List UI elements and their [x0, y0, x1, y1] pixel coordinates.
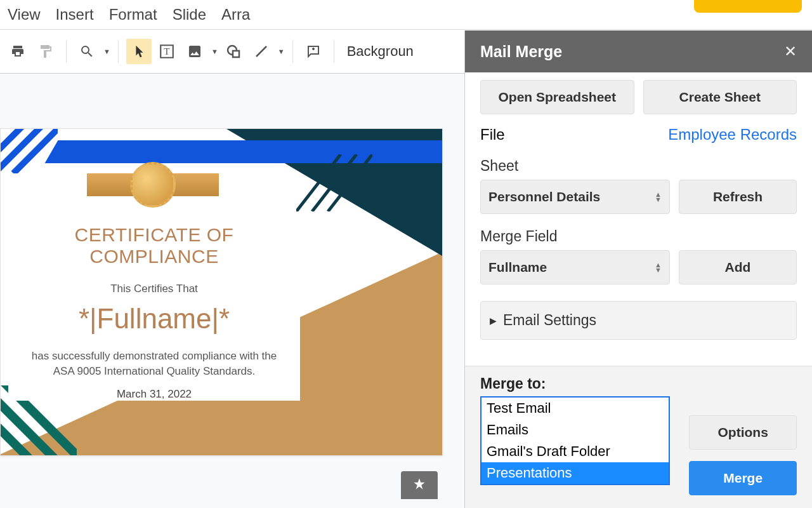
select-tool-icon[interactable]: [126, 39, 152, 64]
merge-to-label: Merge to:: [480, 375, 797, 392]
explore-button[interactable]: [401, 471, 438, 499]
email-settings-collapse[interactable]: ▶ Email Settings: [480, 301, 797, 340]
sheet-select[interactable]: Personnel Details ▲▼: [480, 180, 670, 214]
menu-insert[interactable]: Insert: [56, 6, 94, 23]
chevron-right-icon: ▶: [490, 316, 497, 326]
decor-stripes-br: [252, 392, 341, 456]
slide[interactable]: CERTIFICATE OF COMPLIANCE This Certifies…: [0, 128, 443, 456]
image-dropdown[interactable]: ▼: [182, 39, 218, 64]
background-button[interactable]: Backgroun: [347, 43, 414, 60]
spinner-icon: ▲▼: [655, 262, 662, 272]
certificate-name-placeholder: *|Fullname|*: [8, 303, 300, 335]
merge-to-listbox[interactable]: Test Email Emails Gmail's Draft Folder P…: [480, 396, 670, 485]
menu-bar: View Insert Format Slide Arra: [0, 0, 812, 29]
shape-icon[interactable]: [221, 39, 246, 64]
refresh-button[interactable]: Refresh: [679, 180, 797, 214]
sheet-label: Sheet: [480, 157, 797, 175]
decor-stripes-tl: [0, 128, 58, 173]
merge-to-option[interactable]: Test Email: [481, 398, 669, 419]
merge-to-option[interactable]: Gmail's Draft Folder: [481, 441, 669, 462]
svg-line-17: [290, 398, 341, 456]
svg-line-3: [256, 46, 266, 57]
paint-format-icon[interactable]: [33, 39, 58, 64]
svg-rect-2: [233, 51, 239, 57]
certificate-date: March 31, 2022: [8, 388, 300, 401]
textbox-icon[interactable]: T: [154, 39, 180, 64]
certificate-sub: This Certifies That: [8, 283, 300, 295]
certificate-title: CERTIFICATE OF COMPLIANCE: [8, 224, 300, 267]
spinner-icon: ▲▼: [655, 192, 662, 202]
merge-field-label: Merge Field: [480, 228, 797, 245]
merge-to-option[interactable]: Emails: [481, 419, 669, 441]
file-label: File: [480, 126, 505, 144]
medal-icon: [86, 159, 219, 210]
panel-title: Mail Merge: [480, 43, 562, 61]
merge-button[interactable]: Merge: [689, 461, 797, 495]
menu-format[interactable]: Format: [109, 6, 157, 23]
print-icon[interactable]: [5, 39, 30, 64]
menu-view[interactable]: View: [8, 6, 41, 23]
create-sheet-button[interactable]: Create Sheet: [643, 80, 797, 114]
menu-arrange[interactable]: Arra: [221, 6, 250, 23]
mail-merge-panel: Mail Merge ✕ Open Spreadsheet Create She…: [464, 30, 812, 508]
certificate-body: has successfully demonstrated compliance…: [8, 349, 300, 379]
open-spreadsheet-button[interactable]: Open Spreadsheet: [480, 80, 634, 114]
certificate-content: CERTIFICATE OF COMPLIANCE This Certifies…: [8, 224, 300, 401]
zoom-dropdown[interactable]: ▼: [74, 39, 110, 64]
merge-to-option[interactable]: Presentations: [481, 462, 669, 484]
svg-text:T: T: [164, 46, 169, 57]
present-button[interactable]: [694, 0, 802, 13]
close-icon[interactable]: ✕: [784, 43, 797, 60]
add-button[interactable]: Add: [679, 250, 797, 284]
merge-field-select[interactable]: Fullname ▲▼: [480, 250, 670, 284]
canvas: CERTIFICATE OF COMPLIANCE This Certifies…: [0, 74, 464, 508]
menu-slide[interactable]: Slide: [173, 6, 206, 23]
comment-icon[interactable]: [301, 39, 326, 64]
file-link[interactable]: Employee Records: [668, 126, 797, 144]
panel-footer: Merge to: Test Email Emails Gmail's Draf…: [465, 366, 812, 508]
panel-header: Mail Merge ✕: [465, 30, 812, 72]
decor-stripes-tr: [296, 154, 372, 211]
options-button[interactable]: Options: [689, 415, 797, 450]
line-dropdown[interactable]: ▼: [249, 39, 285, 64]
